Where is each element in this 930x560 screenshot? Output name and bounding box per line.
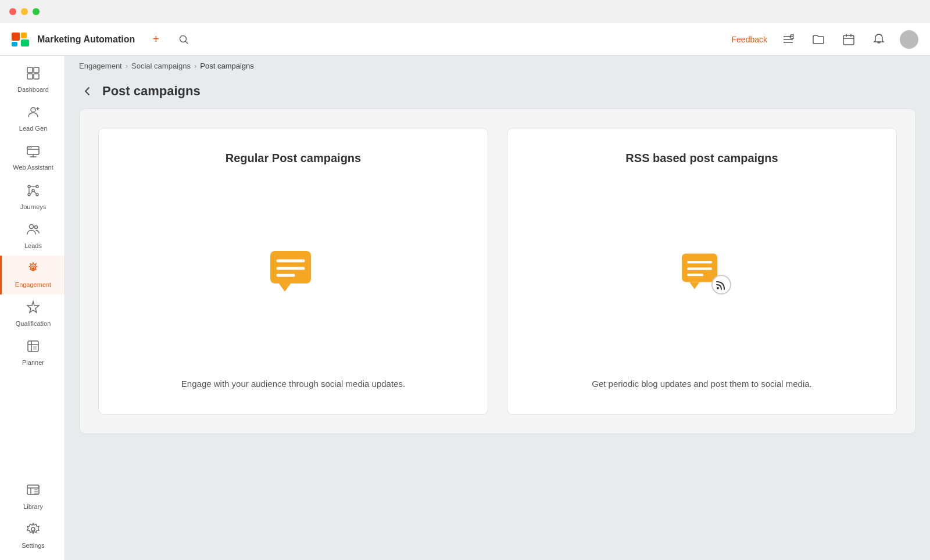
breadcrumb-sep-1: ›: [126, 62, 128, 70]
regular-post-description: Engage with your audience through social…: [181, 377, 405, 391]
svg-marker-61: [689, 282, 700, 289]
svg-line-35: [34, 192, 36, 193]
svg-point-39: [32, 267, 34, 270]
svg-rect-15: [34, 67, 39, 73]
page-header: Post campaigns: [65, 76, 930, 109]
settings-icon: [26, 522, 40, 540]
svg-point-36: [30, 224, 34, 228]
svg-rect-2: [12, 42, 17, 46]
minimize-dot[interactable]: [21, 8, 28, 15]
leads-icon: [26, 222, 40, 240]
back-button[interactable]: [79, 83, 95, 99]
app-logo: Marketing Automation: [12, 33, 135, 46]
dashboard-icon: [26, 66, 40, 84]
svg-point-28: [36, 185, 38, 188]
sidebar-item-leads[interactable]: Leads: [0, 217, 65, 256]
sidebar-item-lead-gen-label: Lead Gen: [19, 125, 47, 132]
maximize-dot[interactable]: [33, 8, 40, 15]
app-title: Marketing Automation: [37, 34, 135, 45]
calendar-icon[interactable]: [839, 30, 858, 49]
rss-badge-icon: [711, 275, 731, 295]
sidebar-item-web-assistant[interactable]: Web Assistant: [0, 138, 65, 177]
search-button[interactable]: [174, 30, 193, 49]
breadcrumb: Engagement › Social campaigns › Post cam…: [65, 56, 930, 76]
topnav-right: Feedback: [732, 30, 918, 49]
svg-rect-17: [34, 74, 39, 79]
svg-point-4: [180, 35, 187, 42]
svg-point-29: [28, 193, 30, 196]
add-button[interactable]: +: [146, 30, 165, 49]
svg-rect-10: [843, 35, 854, 45]
sidebar-item-dashboard[interactable]: Dashboard: [0, 60, 65, 99]
sidebar: Dashboard Lead Gen: [0, 56, 65, 560]
sidebar-item-library-label: Library: [23, 503, 43, 511]
svg-point-62: [717, 287, 719, 289]
topnav: Marketing Automation + Feedback: [0, 23, 930, 56]
svg-point-51: [31, 527, 35, 531]
feedback-link[interactable]: Feedback: [732, 35, 767, 44]
page-title: Post campaigns: [102, 84, 201, 99]
breadcrumb-current: Post campaigns: [200, 62, 254, 70]
app: Marketing Automation + Feedback: [0, 23, 930, 560]
sidebar-item-planner[interactable]: Planner: [0, 333, 65, 372]
folder-icon[interactable]: [809, 30, 828, 49]
rss-post-description: Get periodic blog updates and post them …: [592, 377, 812, 391]
svg-point-18: [31, 107, 35, 112]
svg-point-24: [31, 148, 32, 149]
rss-post-title: RSS based post campaigns: [625, 152, 778, 165]
journeys-icon: [26, 184, 40, 201]
svg-rect-0: [12, 33, 20, 41]
sidebar-item-settings[interactable]: Settings: [0, 516, 65, 555]
svg-point-30: [32, 189, 34, 192]
sidebar-item-settings-label: Settings: [22, 542, 45, 550]
breadcrumb-social-campaigns[interactable]: Social campaigns: [131, 62, 191, 70]
sidebar-item-lead-gen[interactable]: Lead Gen: [0, 99, 65, 138]
regular-post-title: Regular Post campaigns: [226, 152, 361, 165]
sidebar-item-qualification[interactable]: Qualification: [0, 295, 65, 333]
sidebar-item-planner-label: Planner: [22, 359, 44, 367]
sidebar-item-engagement-label: Engagement: [15, 281, 51, 289]
web-assistant-icon: [26, 144, 40, 161]
content-area: Engagement › Social campaigns › Post cam…: [65, 56, 930, 560]
lead-gen-icon: [26, 105, 40, 123]
regular-post-icon-area: [267, 193, 320, 349]
topnav-actions: +: [146, 30, 193, 49]
rss-post-icon-area: [673, 193, 731, 349]
sidebar-item-journeys-label: Journeys: [20, 203, 46, 211]
svg-rect-41: [28, 341, 38, 351]
sidebar-item-web-assistant-label: Web Assistant: [13, 164, 53, 171]
svg-rect-14: [27, 67, 33, 73]
planner-icon: [26, 339, 40, 357]
cards-wrapper: Regular Post campaigns Engage with your …: [79, 109, 916, 434]
engagement-icon: [26, 261, 40, 279]
svg-point-31: [36, 193, 38, 196]
sidebar-item-leads-label: Leads: [24, 242, 42, 250]
sidebar-item-engagement[interactable]: Engagement: [0, 256, 65, 295]
regular-post-campaign-card[interactable]: Regular Post campaigns Engage with your …: [98, 128, 488, 415]
main-layout: Dashboard Lead Gen: [0, 56, 930, 560]
bell-icon[interactable]: [870, 30, 888, 49]
svg-line-34: [30, 192, 32, 195]
qualification-icon: [26, 300, 40, 318]
svg-rect-3: [21, 40, 29, 46]
rss-post-campaign-card[interactable]: RSS based post campaigns: [507, 128, 897, 415]
svg-marker-56: [279, 283, 291, 292]
zoho-logo-icon: [12, 33, 33, 46]
svg-point-23: [28, 148, 30, 149]
user-avatar[interactable]: [900, 30, 918, 49]
svg-point-37: [35, 225, 38, 228]
list-view-icon[interactable]: [779, 30, 797, 49]
regular-chat-icon: [267, 248, 320, 295]
cards-container: Regular Post campaigns Engage with your …: [65, 109, 930, 560]
sidebar-item-journeys[interactable]: Journeys: [0, 178, 65, 217]
breadcrumb-sep-2: ›: [194, 62, 196, 70]
svg-rect-16: [27, 74, 33, 79]
close-dot[interactable]: [9, 8, 16, 15]
svg-line-5: [186, 41, 188, 44]
breadcrumb-engagement[interactable]: Engagement: [79, 62, 122, 70]
svg-rect-44: [33, 346, 37, 350]
svg-point-27: [28, 185, 30, 188]
svg-marker-40: [27, 301, 39, 313]
sidebar-item-dashboard-label: Dashboard: [17, 86, 49, 94]
sidebar-item-library[interactable]: Library: [0, 478, 65, 516]
